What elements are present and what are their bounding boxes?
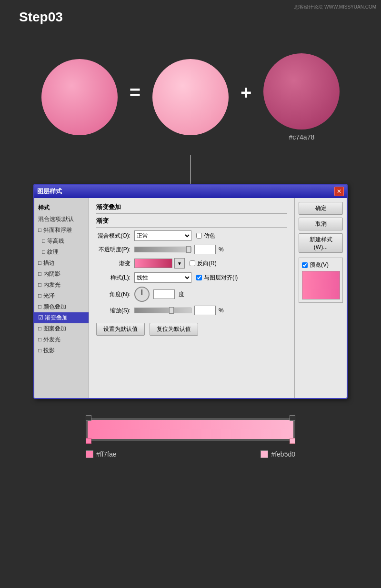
- overlay-color-label: #c74a78: [289, 133, 315, 141]
- gradient-picker: ▼: [134, 258, 185, 269]
- cancel-button[interactable]: 取消: [299, 218, 343, 230]
- scale-unit: %: [219, 307, 224, 314]
- opacity-slider-container: 100 %: [134, 245, 224, 254]
- gradient-label: 渐变: [96, 259, 134, 268]
- left-panel-bevel[interactable]: □ 斜面和浮雕: [34, 225, 89, 236]
- gradient-bar-outer: [86, 418, 295, 441]
- set-default-button[interactable]: 设置为默认值: [96, 323, 145, 336]
- blend-mode-label: 混合模式(O):: [96, 232, 134, 240]
- left-panel-contour[interactable]: □ 等高线: [34, 236, 89, 247]
- style-select[interactable]: 线性: [134, 272, 191, 283]
- layer-style-dialog: 图层样式 ✕ 样式 混合选项:默认 □ 斜面和浮雕 □ 等高线 □ 纹理 □ 描…: [33, 184, 348, 399]
- left-panel-inner-shadow[interactable]: □ 内阴影: [34, 269, 89, 279]
- gradient-labels: #ff7fae #feb5d0: [86, 450, 295, 458]
- style-label: 样式(L):: [96, 274, 134, 282]
- stop-marker-bottom-right[interactable]: [290, 438, 295, 444]
- result-circle: [41, 59, 118, 135]
- blend-mode-row: 混合模式(O): 正常 仿色: [96, 230, 287, 241]
- reverse-checkbox-label[interactable]: 反向(R): [190, 259, 217, 268]
- circles-section: = + #c74a78: [0, 25, 381, 155]
- align-checkbox[interactable]: [196, 275, 202, 280]
- stop-marker-top-right[interactable]: [290, 415, 295, 421]
- opacity-input[interactable]: 100: [194, 245, 216, 254]
- left-panel-satin[interactable]: □ 光泽: [34, 290, 89, 301]
- dither-checkbox[interactable]: [196, 233, 202, 239]
- left-color-label: #ff7fae: [86, 450, 117, 458]
- right-buttons-panel: 确定 取消 新建样式(W)... 预览(V): [294, 198, 347, 398]
- preview-section: 预览(V): [299, 258, 343, 303]
- overlay-circle-wrapper: #c74a78: [263, 53, 340, 141]
- gradient-dropdown-arrow[interactable]: ▼: [174, 258, 185, 269]
- align-label: 与图层对齐(I): [204, 274, 238, 282]
- gradient-bar-wrapper: [86, 418, 295, 441]
- result-circle-wrapper: [41, 59, 118, 135]
- reverse-checkbox[interactable]: [190, 260, 195, 266]
- stop-marker-top-left[interactable]: [86, 415, 91, 421]
- gradient-bar-section: #ff7fae #feb5d0: [0, 404, 381, 468]
- dialog-body: 样式 混合选项:默认 □ 斜面和浮雕 □ 等高线 □ 纹理 □ 描边 □ 内阴影…: [34, 198, 347, 398]
- reverse-label: 反向(R): [197, 259, 217, 268]
- angle-input[interactable]: 90: [153, 289, 175, 299]
- new-style-button[interactable]: 新建样式(W)...: [299, 233, 343, 253]
- bottom-buttons: 设置为默认值 复位为默认值: [96, 323, 287, 336]
- align-checkbox-label[interactable]: 与图层对齐(I): [196, 274, 238, 282]
- left-panel-texture[interactable]: □ 纹理: [34, 247, 89, 258]
- stop-marker-bottom-left[interactable]: [86, 438, 91, 444]
- dither-label: 仿色: [204, 232, 215, 240]
- dialog-title: 图层样式: [37, 187, 62, 196]
- opacity-unit: %: [219, 246, 224, 253]
- gradient-bar-inner: [88, 420, 293, 439]
- opacity-label: 不透明度(P):: [96, 246, 134, 254]
- confirm-button[interactable]: 确定: [299, 202, 343, 215]
- left-panel-inner-glow[interactable]: □ 内发光: [34, 279, 89, 290]
- preview-text: 预览(V): [310, 261, 329, 269]
- opacity-slider[interactable]: [134, 247, 191, 252]
- center-content: 渐变叠加 渐变 混合模式(O): 正常 仿色 不透明度(P): 100: [89, 198, 294, 398]
- left-panel-drop-shadow[interactable]: □ 投影: [34, 345, 89, 356]
- reset-default-button[interactable]: 复位为默认值: [150, 323, 198, 336]
- scale-input[interactable]: 100: [194, 306, 216, 315]
- base-circle: [152, 59, 229, 135]
- equal-operator: =: [130, 82, 140, 113]
- left-panel-pattern-overlay[interactable]: □ 图案叠加: [34, 323, 89, 334]
- left-panel-blend-options[interactable]: 混合选项:默认: [34, 214, 89, 225]
- angle-dial[interactable]: [134, 287, 150, 302]
- dialog-close-button[interactable]: ✕: [334, 187, 344, 196]
- angle-control: 90 度: [134, 287, 184, 302]
- left-panel-stroke[interactable]: □ 描边: [34, 258, 89, 269]
- opacity-row: 不透明度(P): 100 %: [96, 245, 287, 254]
- right-color-swatch: [261, 450, 268, 458]
- angle-dial-indicator: [141, 289, 142, 295]
- preview-label: 预览(V): [302, 261, 340, 269]
- gradient-section-title: 渐变: [96, 217, 287, 228]
- preview-checkbox[interactable]: [302, 262, 308, 268]
- angle-row: 角度(N): 90 度: [96, 287, 287, 302]
- scale-slider[interactable]: [134, 308, 191, 313]
- overlay-circle: [263, 53, 340, 130]
- left-panel-gradient-overlay[interactable]: ☑ 渐变叠加: [34, 312, 89, 323]
- style-row: 样式(L): 线性 与图层对齐(I): [96, 272, 287, 283]
- left-panel-header: 样式: [34, 202, 89, 214]
- angle-label: 角度(N):: [96, 290, 134, 299]
- blend-mode-select[interactable]: 正常: [134, 230, 191, 241]
- scale-label: 缩放(S):: [96, 307, 134, 315]
- preview-box: [302, 271, 340, 299]
- right-color-text: #feb5d0: [271, 450, 295, 458]
- dialog-titlebar: 图层样式 ✕: [34, 185, 347, 198]
- dither-checkbox-label[interactable]: 仿色: [196, 232, 215, 240]
- gradient-overlay-section-title: 渐变叠加: [96, 203, 287, 214]
- left-color-swatch: [86, 450, 93, 458]
- left-panel: 样式 混合选项:默认 □ 斜面和浮雕 □ 等高线 □ 纹理 □ 描边 □ 内阴影…: [34, 198, 89, 398]
- base-circle-wrapper: [152, 59, 229, 135]
- left-color-text: #ff7fae: [96, 450, 117, 458]
- scale-row: 缩放(S): 100 %: [96, 306, 287, 315]
- left-panel-color-overlay[interactable]: □ 颜色叠加: [34, 301, 89, 312]
- watermark: 思客设计论坛 WWW.MISSYUAN.COM: [294, 4, 376, 10]
- scale-slider-container: 100 %: [134, 306, 224, 315]
- angle-unit: 度: [179, 290, 184, 299]
- left-panel-outer-glow[interactable]: □ 外发光: [34, 334, 89, 345]
- right-color-label: #feb5d0: [261, 450, 295, 458]
- plus-operator: +: [241, 82, 251, 113]
- connector-line: [190, 155, 191, 184]
- gradient-preview-bar[interactable]: [134, 259, 172, 268]
